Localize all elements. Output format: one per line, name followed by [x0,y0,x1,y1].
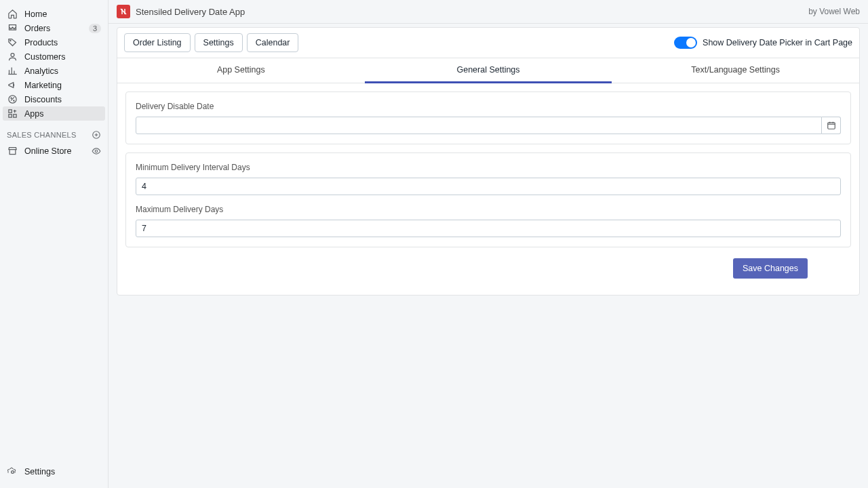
min-days-input[interactable] [136,178,841,195]
tab-app-settings[interactable]: App Settings [117,58,365,83]
store-icon [7,146,18,157]
app-header: Stensiled Delivery Date App by Vowel Web [108,0,868,24]
calendar-picker-button[interactable] [822,117,841,134]
sidebar-section-header: SALES CHANNELS [0,130,108,144]
cart-picker-toggle-wrap: Show Delivery Date Picker in Cart Page [674,37,852,49]
sidebar-item-apps[interactable]: Apps [3,106,105,121]
sidebar-item-label: Apps [24,109,44,119]
sidebar-item-label: Marketing [24,81,62,90]
cart-picker-toggle[interactable] [674,37,697,49]
toggle-knob [686,38,696,47]
sidebar-item-label: Discounts [24,95,62,104]
chart-icon [7,66,18,77]
toggle-label: Show Delivery Date Picker in Cart Page [703,38,852,47]
megaphone-icon [7,80,18,91]
sidebar-item-products[interactable]: Products [0,35,108,49]
svg-point-3 [11,98,12,98]
main: Stensiled Delivery Date App by Vowel Web… [108,0,868,488]
user-icon [7,52,18,62]
svg-point-10 [11,470,14,473]
sidebar-item-label: Orders [24,24,50,33]
settings-button[interactable]: Settings [195,33,243,52]
max-days-input[interactable] [136,220,841,237]
discount-icon [7,94,18,105]
tab-general-settings[interactable]: General Settings [365,58,612,83]
toolbar: Order Listing Settings Calendar Show Del… [117,28,859,58]
sidebar-item-label: Online Store [24,146,71,156]
order-listing-button[interactable]: Order Listing [124,33,191,52]
svg-point-1 [11,54,14,57]
svg-point-4 [13,100,14,101]
svg-rect-7 [8,115,11,117]
home-icon [7,9,18,20]
gear-icon [7,466,18,477]
svg-point-9 [95,150,98,152]
tabs: App Settings General Settings Text/Langu… [117,58,859,83]
sidebar-item-label: Analytics [24,66,58,76]
sidebar-item-label: Customers [24,52,65,62]
save-button[interactable]: Save Changes [733,258,808,279]
sidebar-item-settings[interactable]: Settings [0,462,108,481]
sidebar-item-marketing[interactable]: Marketing [0,78,108,92]
sidebar-nav: Home Orders 3 Products Customers A [0,7,108,121]
app-logo-icon [117,5,130,18]
disable-date-input[interactable] [136,117,822,134]
max-days-label: Maximum Delivery Days [136,205,841,214]
sidebar-item-home[interactable]: Home [0,7,108,21]
calendar-icon [827,121,836,130]
orders-icon [7,23,18,34]
tag-icon [7,37,18,48]
by-line: by Vowel Web [808,7,860,16]
sidebar-item-orders[interactable]: Orders 3 [0,21,108,35]
sidebar-bottom: Settings [0,462,108,488]
sidebar-item-label: Products [24,38,58,47]
apps-icon [7,108,18,119]
sidebar-item-label: Home [24,9,47,19]
save-row: Save Changes [125,256,851,287]
sidebar-item-analytics[interactable]: Analytics [0,64,108,78]
svg-point-0 [9,40,10,41]
section-title: SALES CHANNELS [7,131,77,139]
disable-date-label: Delivery Disable Date [136,102,841,111]
eye-icon[interactable] [92,146,101,156]
sidebar-item-discounts[interactable]: Discounts [0,92,108,106]
days-card: Minimum Delivery Interval Days Maximum D… [125,152,851,247]
sidebar: Home Orders 3 Products Customers A [0,0,108,488]
app-title: Stensiled Delivery Date App [136,7,245,17]
plus-icon[interactable] [92,130,101,140]
vendor-link[interactable]: Vowel Web [819,7,860,16]
orders-badge: 3 [89,24,101,33]
min-days-label: Minimum Delivery Interval Days [136,163,841,172]
svg-rect-6 [13,115,16,117]
disable-date-card: Delivery Disable Date [125,92,851,144]
sidebar-item-online-store[interactable]: Online Store [0,144,108,158]
svg-rect-5 [8,110,11,113]
content-card: Order Listing Settings Calendar Show Del… [117,27,860,296]
panel: Delivery Disable Date Minimum Delivery I… [117,83,859,295]
calendar-button[interactable]: Calendar [247,33,299,52]
tab-text-language-settings[interactable]: Text/Language Settings [612,58,859,83]
sidebar-item-label: Settings [24,467,55,476]
svg-rect-11 [827,123,835,129]
sidebar-item-customers[interactable]: Customers [0,49,108,64]
